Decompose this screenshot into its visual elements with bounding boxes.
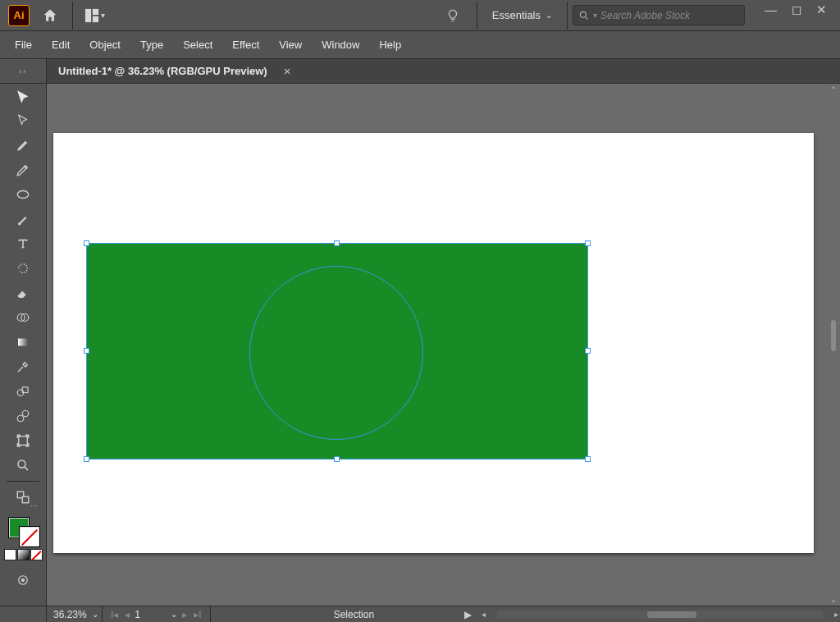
menu-file[interactable]: File <box>7 34 40 56</box>
home-button[interactable] <box>38 3 62 28</box>
divider <box>72 2 73 30</box>
scroll-left-arrow[interactable]: ◂ <box>480 610 487 619</box>
edit-toolbar-button[interactable]: ⋯ <box>10 486 36 509</box>
document-tab[interactable]: Untitled-1* @ 36.23% (RGB/GPU Preview) × <box>47 59 302 83</box>
zoom-value: 36.23% <box>53 609 87 620</box>
chevron-down-icon: ⌄ <box>92 610 98 619</box>
menu-view[interactable]: View <box>271 34 310 56</box>
chevron-down-icon: ▾ <box>101 11 105 20</box>
svg-rect-1 <box>92 8 98 14</box>
gradient-tool[interactable] <box>10 331 36 354</box>
svg-rect-17 <box>22 496 29 503</box>
minimize-button[interactable]: — <box>765 3 777 16</box>
workspace-label: Essentials <box>492 9 541 21</box>
color-mode-none[interactable] <box>30 549 43 560</box>
arrange-documents-button[interactable]: ▾ <box>78 3 111 28</box>
svg-point-14 <box>18 460 25 468</box>
svg-line-4 <box>585 16 587 19</box>
menu-window[interactable]: Window <box>313 34 368 56</box>
eyedropper-tool[interactable] <box>10 355 36 378</box>
current-tool-label: Selection <box>211 606 464 622</box>
statusbar-spacer <box>0 606 47 622</box>
tool-name-text: Selection <box>334 609 374 620</box>
vertical-scrollbar[interactable]: ⌃ ⌄ <box>827 84 840 606</box>
menu-object[interactable]: Object <box>81 34 129 56</box>
status-play-button[interactable]: ▶ <box>464 609 472 620</box>
close-button[interactable]: ✕ <box>816 3 827 16</box>
artboard[interactable] <box>53 133 814 553</box>
scroll-thumb[interactable] <box>647 611 696 618</box>
canvas-area[interactable]: ⌃ ⌄ <box>47 84 840 606</box>
svg-point-19 <box>22 579 25 582</box>
last-artboard-button[interactable]: ▸I <box>192 609 203 620</box>
color-mode-solid[interactable] <box>4 549 16 560</box>
search-stock-field[interactable]: ▾ <box>573 5 745 25</box>
direct-selection-tool[interactable] <box>10 109 36 132</box>
svg-point-11 <box>17 415 24 422</box>
chevron-down-icon: ▾ <box>593 11 597 20</box>
artboard-navigator: I◂ ◂ ⌄ ▸ ▸I <box>103 606 211 622</box>
maximize-button[interactable]: ◻ <box>792 3 801 16</box>
search-input[interactable] <box>600 10 739 21</box>
divider <box>567 2 568 30</box>
scroll-up-arrow[interactable]: ⌃ <box>827 85 840 94</box>
artboard-tool[interactable] <box>10 429 36 452</box>
rotate-tool[interactable] <box>10 257 36 280</box>
workspace-switcher[interactable]: Essentials ⌄ <box>482 0 562 31</box>
main-area: ⋯ <box>0 84 840 606</box>
color-mode-row <box>4 549 43 560</box>
prev-artboard-button[interactable]: ◂ <box>123 609 131 620</box>
scroll-thumb[interactable] <box>831 320 836 351</box>
horizontal-scrollbar[interactable] <box>497 611 823 619</box>
type-tool[interactable] <box>10 232 36 255</box>
document-tab-title: Untitled-1* @ 36.23% (RGB/GPU Preview) <box>58 65 267 77</box>
ellipse-tool[interactable] <box>10 183 36 206</box>
menu-bar: File Edit Object Type Select Effect View… <box>0 31 840 59</box>
window-controls: — ◻ ✕ <box>745 3 840 25</box>
first-artboard-button[interactable]: I◂ <box>109 609 120 620</box>
curvature-tool[interactable] <box>10 158 36 181</box>
statusbar-right: ▶ ◂ ▸ <box>464 609 840 620</box>
scroll-right-arrow[interactable]: ▸ <box>833 610 840 619</box>
search-icon <box>578 10 590 21</box>
menu-type[interactable]: Type <box>132 34 171 56</box>
fill-stroke-swatches[interactable] <box>5 515 41 547</box>
menu-help[interactable]: Help <box>371 34 409 56</box>
tools-panel: ⋯ <box>0 84 47 606</box>
toolbar-expand-button[interactable]: ›› <box>0 59 47 83</box>
menu-select[interactable]: Select <box>175 34 221 56</box>
status-bar: 36.23% ⌄ I◂ ◂ ⌄ ▸ ▸I Selection ▶ ◂ ▸ <box>0 606 840 622</box>
svg-rect-13 <box>19 437 28 446</box>
artboard-number-field[interactable] <box>135 609 167 620</box>
divider <box>7 481 39 482</box>
selection-tool[interactable] <box>4 88 42 107</box>
symbol-sprayer-tool[interactable] <box>10 405 36 428</box>
close-tab-button[interactable]: × <box>284 64 291 78</box>
paintbrush-tool[interactable] <box>10 208 36 231</box>
app-logo: Ai <box>8 5 30 26</box>
menu-effect[interactable]: Effect <box>224 34 267 56</box>
svg-point-12 <box>22 410 29 417</box>
shape-rectangle[interactable] <box>87 244 587 459</box>
stroke-swatch[interactable] <box>20 527 39 547</box>
menu-edit[interactable]: Edit <box>43 34 78 56</box>
svg-point-3 <box>580 11 586 17</box>
divider <box>477 2 477 30</box>
next-artboard-button[interactable]: ▸ <box>180 609 189 620</box>
blend-tool[interactable] <box>10 380 36 403</box>
scroll-down-arrow[interactable]: ⌄ <box>827 595 840 604</box>
document-tab-row: ›› Untitled-1* @ 36.23% (RGB/GPU Preview… <box>0 59 840 84</box>
chevron-down-icon: ⌄ <box>546 11 552 20</box>
draw-mode-button[interactable] <box>10 569 36 592</box>
color-mode-gradient[interactable] <box>17 549 30 560</box>
zoom-tool[interactable] <box>10 454 36 477</box>
title-bar: Ai ▾ Essentials ⌄ ▾ — ◻ ✕ <box>0 0 840 31</box>
chevron-down-icon[interactable]: ⌄ <box>171 610 177 619</box>
eraser-tool[interactable] <box>10 281 36 304</box>
shape-builder-tool[interactable] <box>10 306 36 329</box>
svg-rect-8 <box>18 339 28 346</box>
pen-tool[interactable] <box>10 134 36 157</box>
discover-button[interactable] <box>441 8 465 23</box>
zoom-field[interactable]: 36.23% ⌄ <box>47 606 103 622</box>
svg-line-15 <box>25 467 28 470</box>
